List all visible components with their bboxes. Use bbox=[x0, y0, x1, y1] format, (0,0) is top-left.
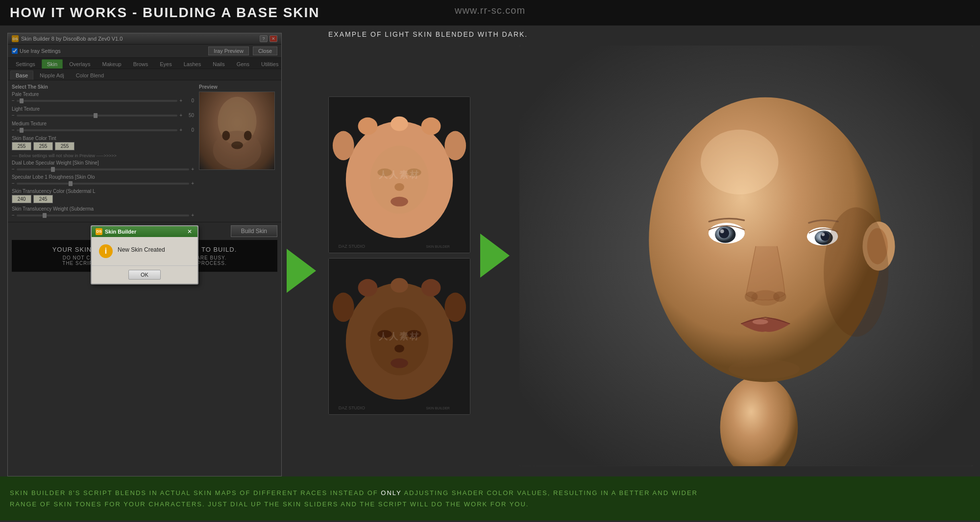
svg-point-46 bbox=[745, 291, 758, 302]
svg-point-22 bbox=[444, 293, 466, 322]
svg-point-25 bbox=[391, 278, 408, 293]
dark-skin-svg: DAZ STUDIO SKIN BUILDER bbox=[329, 259, 470, 414]
main-content: DS Skin Builder 8 by DiscoBob and Zev0 V… bbox=[0, 25, 980, 476]
right-panel: EXAMPLE OF LIGHT SKIN BLENDED WITH DARK. bbox=[321, 25, 980, 476]
render-area bbox=[519, 46, 973, 466]
svg-point-7 bbox=[333, 131, 354, 161]
svg-text:DAZ STUDIO: DAZ STUDIO bbox=[339, 405, 365, 410]
second-arrow-container bbox=[480, 234, 510, 278]
svg-point-36 bbox=[701, 130, 779, 194]
svg-point-44 bbox=[821, 233, 825, 237]
svg-point-51 bbox=[729, 359, 800, 379]
dialog-title-group: DS Skin Builder bbox=[96, 228, 136, 235]
daz-window: DS Skin Builder 8 by DiscoBob and Zev0 V… bbox=[7, 33, 282, 476]
first-arrow-container bbox=[282, 65, 321, 476]
dialog-footer: OK bbox=[92, 265, 197, 284]
svg-point-30 bbox=[370, 308, 428, 376]
second-arrow bbox=[480, 234, 510, 278]
svg-point-23 bbox=[358, 279, 378, 297]
dialog-message: New Skin Created bbox=[118, 244, 165, 253]
svg-point-9 bbox=[358, 118, 378, 135]
dialog-close-button[interactable]: ✕ bbox=[186, 228, 194, 235]
footer: SKIN BUILDER 8'S SCRIPT BLENDS IN ACTUAL… bbox=[0, 476, 980, 521]
svg-point-52 bbox=[824, 207, 888, 336]
dialog-titlebar: DS Skin Builder ✕ bbox=[92, 226, 197, 237]
ok-button[interactable]: OK bbox=[128, 270, 161, 280]
footer-text: SKIN BUILDER 8'S SCRIPT BLENDS IN ACTUAL… bbox=[10, 487, 698, 510]
svg-point-40 bbox=[720, 229, 724, 233]
svg-point-24 bbox=[421, 279, 441, 297]
textures-and-arrow: DAZ STUDIO SKIN BUILDER 人人素材 bbox=[328, 46, 973, 466]
svg-text:SKIN BUILDER: SKIN BUILDER bbox=[426, 406, 450, 410]
texture-maps: DAZ STUDIO SKIN BUILDER 人人素材 bbox=[328, 96, 470, 415]
svg-point-16 bbox=[370, 146, 428, 214]
first-arrow bbox=[287, 249, 316, 293]
light-skin-texture: DAZ STUDIO SKIN BUILDER 人人素材 bbox=[328, 96, 470, 253]
page-title: HOW IT WORKS - BUILDING A BASE SKIN bbox=[10, 5, 320, 21]
render-svg bbox=[519, 46, 973, 466]
svg-point-39 bbox=[719, 228, 729, 238]
svg-point-48 bbox=[753, 319, 768, 325]
svg-text:SKIN BUILDER: SKIN BUILDER bbox=[426, 245, 450, 248]
dialog-title-text: Skin Builder bbox=[105, 229, 136, 235]
dialog-box: DS Skin Builder ✕ i New Skin Created OK bbox=[91, 225, 198, 285]
info-icon: i bbox=[99, 244, 113, 258]
svg-point-21 bbox=[333, 293, 354, 322]
svg-point-11 bbox=[391, 117, 408, 131]
svg-point-10 bbox=[421, 118, 441, 135]
footer-highlight: ONLY bbox=[381, 489, 401, 497]
svg-text:DAZ STUDIO: DAZ STUDIO bbox=[339, 244, 365, 249]
svg-point-8 bbox=[444, 131, 466, 161]
dialog-ds-icon: DS bbox=[96, 228, 102, 235]
watermark: www.rr-sc.com bbox=[455, 5, 525, 16]
title-bar: HOW IT WORKS - BUILDING A BASE SKIN www.… bbox=[0, 0, 980, 25]
dark-skin-texture: DAZ STUDIO SKIN BUILDER 人人素材 bbox=[328, 258, 470, 415]
light-skin-svg: DAZ STUDIO SKIN BUILDER bbox=[329, 97, 470, 253]
example-label: EXAMPLE OF LIGHT SKIN BLENDED WITH DARK. bbox=[328, 30, 973, 38]
svg-point-47 bbox=[773, 291, 786, 302]
dialog-body: i New Skin Created bbox=[92, 237, 197, 265]
dialog-overlay: DS Skin Builder ✕ i New Skin Created OK bbox=[8, 33, 281, 476]
